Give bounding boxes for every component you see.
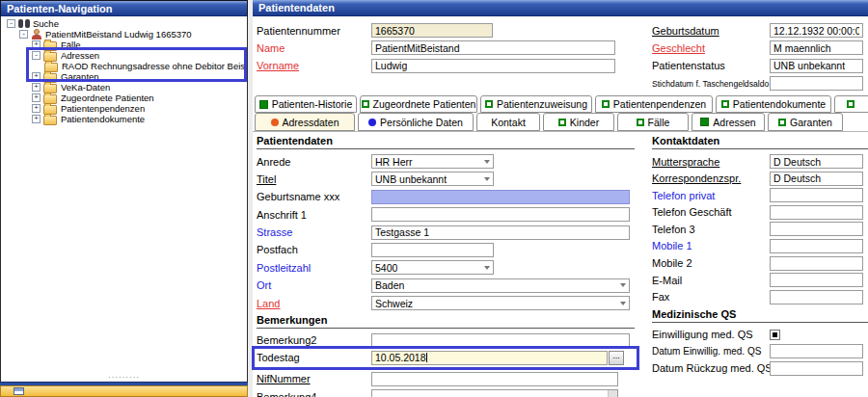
tab-zugeordnete-patienten[interactable]: Zugeordnete Patienten [360, 95, 477, 113]
expand-icon[interactable]: + [32, 72, 41, 81]
expand-icon[interactable]: + [32, 83, 41, 92]
tab-kontakt[interactable]: Kontakt [476, 113, 540, 131]
tab-adressen[interactable]: Adressen [692, 113, 765, 131]
tree-item-garanten[interactable]: +Garanten [1, 71, 247, 82]
tab-patientenpendenzen[interactable]: Patientenpendenzen [595, 95, 713, 113]
field-label-anrede: Anrede [257, 156, 371, 168]
tab-falle[interactable]: Fälle [617, 113, 689, 131]
tree-item-patientenpendenzen[interactable]: +Patientenpendenzen [1, 103, 247, 114]
field-e-mail[interactable] [770, 273, 863, 287]
dropdown-arrow-icon[interactable] [620, 302, 626, 305]
tab-kinder[interactable]: Kinder [543, 113, 614, 131]
green-outline-square-icon [602, 100, 610, 108]
field-land[interactable]: Schweiz [371, 296, 630, 310]
section-bemerkungen: Bemerkungen [257, 314, 635, 329]
field-bemerkung4[interactable] [371, 389, 618, 397]
tab-patientendokumente[interactable]: Patientendokumente [716, 95, 831, 113]
checkbox-einwilligung-med-qs[interactable] [770, 330, 780, 340]
field-name[interactable]: PatientMitBeistand [371, 40, 615, 55]
patient-data-panel: Patientendaten Patientennummer1665370Nam… [253, 0, 868, 397]
tab-partial[interactable] [834, 95, 868, 113]
field-label-anschrift-1: Anschrift 1 [257, 209, 371, 221]
field-korrespondenzspr[interactable]: D Deutsch [770, 172, 863, 186]
tree-item-patientendokumente[interactable]: +Patientendokumente [1, 114, 247, 124]
field-muttersprache[interactable]: D Deutsch [770, 154, 863, 169]
field-postleitzahl[interactable]: 5400 [371, 260, 494, 275]
field-telefon-3[interactable] [770, 222, 863, 236]
tab-patienten-historie[interactable]: Patienten-Historie [255, 95, 357, 113]
tree-item-zugeordnete-patienten[interactable]: +Zugeordnete Patienten [1, 93, 247, 103]
field-mobile-1[interactable] [770, 239, 863, 253]
form-row-vorname: VornameLudwig [257, 59, 642, 73]
form-row-telefon-privat: Telefon privat [652, 188, 868, 202]
form-row-postleitzahl: Postleitzahl5400 [257, 260, 635, 275]
form-row-datum-ruckzug-med-qs: Datum Rückzug med. QS [652, 361, 868, 376]
field-postfach[interactable] [371, 243, 494, 257]
expand-icon[interactable]: + [32, 104, 41, 113]
tree-item-adressen[interactable]: -Adressen [1, 50, 247, 61]
field-todestag[interactable]: 10.05.2018 [371, 351, 608, 365]
green-outline-square-icon [778, 119, 786, 126]
tab-patientenzuweisung[interactable]: Patientenzuweisung [480, 95, 592, 113]
collapse-icon[interactable]: - [32, 51, 41, 60]
field-datum-ruckzug-med-qs[interactable] [770, 361, 863, 376]
tree-item-label: Patientendokumente [61, 114, 145, 124]
form-row-anschrift-1: Anschrift 1 [257, 207, 635, 222]
right-rows-1: MutterspracheD DeutschKorrespondenzspr.D… [652, 154, 868, 304]
field-telefon-privat[interactable] [770, 188, 863, 202]
expand-icon[interactable]: + [32, 93, 41, 102]
tree-item-falle[interactable]: +Fälle [1, 40, 247, 50]
tree-item-label: VeKa-Daten [61, 82, 110, 93]
tree-item-patientmitbeistand-ludwig-1665370[interactable]: -PatientMitBeistand Ludwig 1665370 [1, 29, 247, 40]
tree-item-suche[interactable]: -Suche [1, 18, 247, 29]
dropdown-arrow-icon[interactable] [484, 177, 490, 181]
field-stichdatum-f-taschengeldsaldo[interactable] [770, 76, 863, 91]
date-picker-button[interactable]: ... [609, 351, 624, 365]
dropdown-arrow-icon[interactable] [484, 160, 490, 164]
section-medizinische-qs: Medizinische QS [652, 308, 868, 323]
field-ort[interactable]: Baden [371, 278, 630, 293]
field-anrede[interactable]: HR Herr [371, 154, 494, 169]
expand-icon[interactable]: + [32, 40, 41, 49]
collapse-icon[interactable]: - [19, 30, 28, 39]
tab-adressdaten[interactable]: Adressdaten [255, 113, 355, 131]
field-nifnummer[interactable] [371, 372, 618, 386]
field-value: D Deutsch [773, 156, 821, 168]
tree-item-veka-daten[interactable]: +VeKa-Daten [1, 82, 247, 93]
field-patientenstatus[interactable]: UNB unbekannt [770, 59, 863, 73]
field-value: 1665370 [375, 25, 415, 37]
dropdown-arrow-icon[interactable] [484, 266, 490, 270]
field-fax[interactable] [770, 290, 863, 304]
field-strasse[interactable]: Testgasse 1 [371, 225, 630, 240]
tab-label: Fälle [648, 117, 670, 128]
expand-icon[interactable]: + [32, 115, 41, 123]
field-label-postleitzahl: Postleitzahl [257, 262, 371, 274]
dropdown-arrow-icon[interactable] [620, 283, 626, 287]
tab-personliche-daten[interactable]: Persönliche Daten [358, 113, 474, 131]
field-geburtsdatum[interactable]: 12.12.1932 00:00:00 [770, 23, 863, 38]
field-geschlecht[interactable]: M maennlich [770, 40, 863, 55]
field-value: Baden [375, 279, 404, 291]
field-anschrift-1[interactable] [371, 207, 630, 222]
form-row-bemerkung4: Bemerkung4 [257, 389, 635, 397]
field-value: HR Herr [375, 156, 413, 168]
collapse-icon[interactable]: - [7, 19, 15, 28]
field-value: Ludwig [375, 60, 407, 71]
section-patientendaten: Patientendaten [257, 135, 635, 149]
tab-garanten[interactable]: Garanten [768, 113, 843, 131]
field-geburtsname-xxx[interactable] [371, 190, 630, 204]
field-mobile-2[interactable] [770, 256, 863, 271]
form-row-mobile-1: Mobile 1 [652, 239, 868, 253]
tree-item-label: Patientenpendenzen [61, 103, 145, 114]
field-bemerkung2[interactable] [371, 333, 630, 348]
field-label-einwilligung-med-qs: Einwilligung med. QS [652, 329, 770, 340]
field-telefon-geschaft[interactable] [770, 205, 863, 220]
minimized-panel-bar[interactable] [0, 385, 248, 397]
field-label-vorname: Vorname [257, 60, 371, 71]
field-vorname[interactable]: Ludwig [371, 59, 615, 73]
field-titel[interactable]: UNB unbekannt [371, 172, 494, 186]
tree-item-raod-rechnungsadresse-ohne-debitor-beistand-1[interactable]: RAOD Rechnungsadresse ohne Debitor Beist… [1, 61, 247, 71]
field-datum-einwillig-med-qs[interactable] [770, 344, 863, 358]
form-row-strasse: StrasseTestgasse 1 [257, 225, 635, 240]
field-patientennummer[interactable]: 1665370 [371, 23, 493, 38]
